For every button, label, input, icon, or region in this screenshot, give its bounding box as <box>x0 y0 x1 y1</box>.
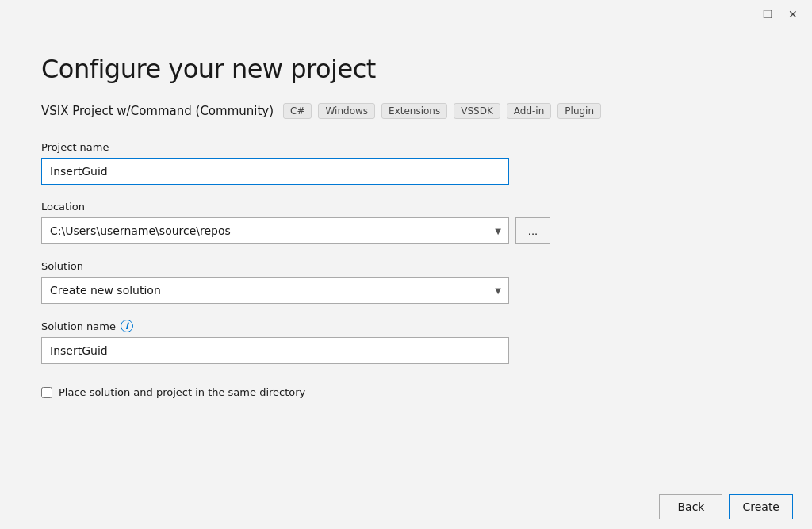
project-name-input[interactable] <box>41 158 509 185</box>
tag-addin: Add-in <box>507 103 552 119</box>
tag-windows: Windows <box>318 103 375 119</box>
tag-vssdk: VSSDK <box>454 103 500 119</box>
title-bar: ❐ ✕ <box>0 0 812 29</box>
project-type-row: VSIX Project w/Command (Community) C# Wi… <box>41 103 771 119</box>
solution-label: Solution <box>41 260 771 272</box>
solution-name-label: Solution name i <box>41 320 771 332</box>
solution-name-section: Solution name i <box>41 320 771 364</box>
restore-button[interactable]: ❐ <box>758 5 777 24</box>
tag-plugin: Plugin <box>557 103 601 119</box>
location-row: C:\Users\username\source\repos ▼ ... <box>41 217 771 244</box>
solution-name-input[interactable] <box>41 337 509 364</box>
window: ❐ ✕ Configure your new project VSIX Proj… <box>0 0 812 529</box>
location-label: Location <box>41 201 771 213</box>
location-section: Location C:\Users\username\source\repos … <box>41 201 771 244</box>
project-type-name: VSIX Project w/Command (Community) <box>41 104 274 118</box>
project-name-label: Project name <box>41 141 771 153</box>
close-button[interactable]: ✕ <box>783 5 802 24</box>
solution-name-info-icon[interactable]: i <box>121 320 133 332</box>
browse-button[interactable]: ... <box>515 217 550 244</box>
same-directory-checkbox[interactable] <box>41 387 52 398</box>
solution-select[interactable]: Create new solution <box>41 277 509 304</box>
solution-select-wrapper: Create new solution ▼ <box>41 277 509 304</box>
same-directory-row: Place solution and project in the same d… <box>41 386 771 398</box>
location-select[interactable]: C:\Users\username\source\repos <box>41 217 509 244</box>
tag-csharp: C# <box>283 103 312 119</box>
location-select-wrapper: C:\Users\username\source\repos ▼ <box>41 217 509 244</box>
project-name-section: Project name <box>41 141 771 185</box>
footer: Back Create <box>0 485 812 529</box>
page-title: Configure your new project <box>41 54 771 84</box>
solution-section: Solution Create new solution ▼ <box>41 260 771 304</box>
create-button[interactable]: Create <box>729 494 793 519</box>
main-content: Configure your new project VSIX Project … <box>0 29 812 485</box>
back-button[interactable]: Back <box>659 494 722 519</box>
same-directory-label[interactable]: Place solution and project in the same d… <box>59 386 305 398</box>
tag-extensions: Extensions <box>381 103 447 119</box>
